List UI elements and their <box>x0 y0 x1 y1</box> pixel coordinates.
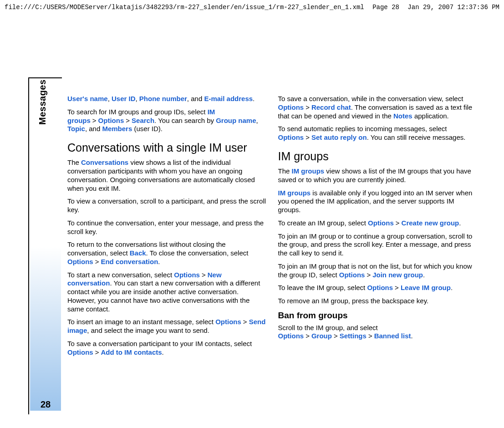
text: To create an IM group, select <box>278 219 368 227</box>
ui-term: Add to IM contacts <box>101 348 162 356</box>
ui-term: IM groups <box>292 167 325 175</box>
text: To insert an image to an instant message… <box>67 318 215 326</box>
paragraph: To save a conversation participant to yo… <box>67 340 266 357</box>
text: The <box>67 158 81 166</box>
heading-im-groups: IM groups <box>278 149 477 163</box>
ui-term: Record chat <box>311 103 351 111</box>
text: . <box>423 271 425 279</box>
breadcrumb-separator: > <box>332 332 340 340</box>
text: . <box>411 332 413 340</box>
text: To search for IM groups and group IDs, s… <box>67 108 208 116</box>
breadcrumb-separator: > <box>241 318 249 326</box>
content-columns: User's name, User ID, Phone number, and … <box>62 77 477 414</box>
ui-term: Options <box>278 133 304 141</box>
heading-conversations-single-user: Conversations with a single IM user <box>67 141 266 155</box>
text: , <box>108 95 112 102</box>
breadcrumb-separator: > <box>304 133 311 141</box>
breadcrumb-separator: > <box>394 219 402 227</box>
breadcrumb-separator: > <box>124 117 132 124</box>
print-header: file:///C:/USERS/MODEServer/lkatajis/348… <box>0 0 504 13</box>
ui-term: Group <box>311 332 332 340</box>
side-gradient <box>30 247 61 411</box>
paragraph: To create an IM group, select Options>Cr… <box>278 219 477 228</box>
breadcrumb-separator: > <box>304 332 311 340</box>
paragraph: Scroll to the IM group, and select Optio… <box>278 324 477 341</box>
ui-term: Options <box>174 271 200 279</box>
text: . <box>451 284 453 291</box>
ui-term: Notes <box>393 112 412 120</box>
ui-term: Phone number <box>139 95 187 102</box>
header-path: file:///C:/USERS/MODEServer/lkatajis/348… <box>5 4 364 11</box>
ui-term: Options <box>278 332 304 340</box>
text: . <box>162 348 164 356</box>
breadcrumb-separator: > <box>365 271 372 279</box>
ui-term: Options <box>368 219 394 227</box>
text: (user ID). <box>132 125 163 132</box>
paragraph: To continue the conversation, enter your… <box>67 219 266 236</box>
paragraph: To return to the conversations list with… <box>67 240 266 266</box>
breadcrumb-separator: > <box>93 258 101 265</box>
text: , <box>256 117 258 124</box>
paragraph: To view a conversation, scroll to a part… <box>67 197 266 214</box>
paragraph: To save a conversation, while in the con… <box>278 95 477 120</box>
paragraph: To send automatic replies to incoming me… <box>278 125 477 142</box>
ui-term: Options <box>98 117 124 124</box>
text: , and <box>187 95 204 102</box>
text: . <box>158 258 160 265</box>
text: To leave the IM group, select <box>278 284 367 291</box>
ui-term: Search <box>132 117 154 124</box>
text: . You can still receive messages. <box>367 133 466 141</box>
ui-term: IM groups <box>278 189 311 197</box>
header-page: Page 28 <box>364 4 408 11</box>
paragraph: IM groups is available only if you logge… <box>278 189 477 214</box>
text: , <box>136 95 139 102</box>
heading-ban-from-groups: Ban from groups <box>278 310 477 321</box>
page-body: Messages 28 User's name, User ID, Phone … <box>28 77 477 414</box>
text: . <box>253 95 255 102</box>
ui-term: Banned list <box>374 332 411 340</box>
ui-term: Options <box>278 103 304 111</box>
text: , and <box>85 125 102 132</box>
ui-term: Members <box>102 125 132 132</box>
text: . You can search by <box>154 117 216 124</box>
ui-term: Settings <box>340 332 367 340</box>
ui-term: Leave IM group <box>401 284 451 291</box>
breadcrumb-separator: > <box>200 271 208 279</box>
text: To send automatic replies to incoming me… <box>278 125 447 132</box>
ui-term: Options <box>339 271 365 279</box>
text: To save a conversation participant to yo… <box>67 340 252 347</box>
paragraph: User's name, User ID, Phone number, and … <box>67 95 266 103</box>
paragraph: To remove an IM group, press the backspa… <box>278 297 477 306</box>
text: . To close the conversation, select <box>146 249 249 257</box>
page-number: 28 <box>29 399 62 410</box>
breadcrumb-separator: > <box>304 103 311 111</box>
breadcrumb-separator: > <box>91 117 98 124</box>
breadcrumb-separator: > <box>367 332 374 340</box>
ui-term: Group name <box>216 117 256 124</box>
ui-term: User ID <box>112 95 136 102</box>
text: To save a conversation, while in the con… <box>278 95 463 102</box>
breadcrumb-separator: > <box>93 348 101 356</box>
ui-term: E-mail address <box>204 95 253 102</box>
paragraph: The IM groups view shows a list of the I… <box>278 167 477 184</box>
ui-term: Conversations <box>81 158 128 166</box>
text: The <box>278 167 292 175</box>
ui-term: Options <box>215 318 241 326</box>
section-tab-label: Messages <box>37 79 48 125</box>
paragraph: To start a new conversation, select Opti… <box>67 271 266 314</box>
text: Scroll to the IM group, and select <box>278 324 378 331</box>
ui-term: Topic <box>67 125 85 132</box>
ui-term: Create new group <box>402 219 459 227</box>
paragraph: To search for IM groups and group IDs, s… <box>67 108 266 133</box>
paragraph: To leave the IM group, select Options>Le… <box>278 284 477 292</box>
paragraph: To join an IM group or to continue a gro… <box>278 232 477 258</box>
text: , and select the image you want to send. <box>87 326 209 334</box>
ui-term: Join new group <box>372 271 423 279</box>
ui-term: End conversation <box>101 258 158 265</box>
ui-term: Options <box>367 284 393 291</box>
breadcrumb-separator: > <box>393 284 401 291</box>
ui-term: Options <box>67 258 93 265</box>
paragraph: To insert an image to an instant message… <box>67 318 266 335</box>
ui-term: Back <box>130 249 146 257</box>
text: To start a new conversation, select <box>67 271 174 279</box>
